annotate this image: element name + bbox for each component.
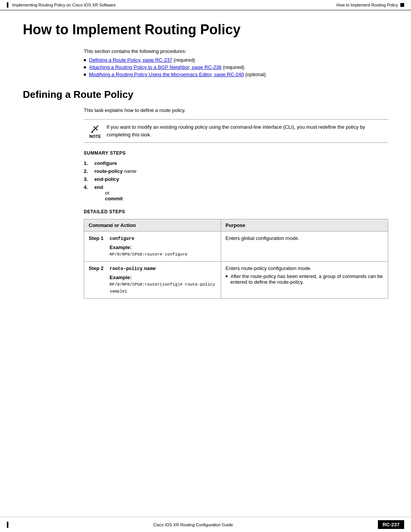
- suffix-1: (required): [172, 57, 195, 63]
- intro-section: This section contains the following proc…: [84, 48, 388, 77]
- step2-cmd-italic: name: [144, 266, 156, 272]
- pencil-icon: [90, 123, 100, 134]
- list-item: Attaching a Routing Policy to a BGP Neig…: [84, 64, 388, 70]
- bullet-dot: [84, 73, 86, 76]
- footer: Cisco IOS XR Routing Configuration Guide…: [0, 517, 411, 532]
- summary-step-4: 4. end or commit: [84, 184, 388, 201]
- link-modifying[interactable]: Modifying a Routing Policy Using the Mic…: [89, 72, 244, 77]
- step2-purpose-cell: Enters route-policy configuration mode. …: [221, 262, 388, 299]
- footer-left-bar: [7, 522, 8, 528]
- step2-label: Step 2: [89, 265, 107, 271]
- footer-center-text: Cisco IOS XR Routing Configuration Guide: [153, 522, 233, 527]
- header-left-bar: [7, 2, 8, 8]
- step2-example-code: RP/0/RP0/CPU0:router(config)# route-poli…: [110, 282, 215, 293]
- svg-line-0: [92, 126, 98, 132]
- summary-steps-title: SUMMARY STEPS: [84, 150, 388, 156]
- summary-step-3: 3. end-policy: [84, 176, 388, 182]
- col-header-purpose: Purpose: [221, 219, 388, 232]
- header-bar: Implementing Routing Policy on Cisco IOS…: [0, 0, 411, 10]
- note-text: If you want to modify an existing routin…: [107, 123, 388, 138]
- list-item: Modifying a Routing Policy Using the Mic…: [84, 72, 388, 77]
- header-left: Implementing Routing Policy on Cisco IOS…: [0, 2, 116, 8]
- summary-step-2: 2. route-policy name: [84, 168, 388, 174]
- col-header-command: Command or Action: [84, 219, 221, 232]
- task-description: This task explains how to define a route…: [84, 107, 388, 113]
- step2-cmd: route-policy: [110, 266, 142, 272]
- step1-cmd: configure: [110, 236, 134, 241]
- table-row: Step 2 route-policy name Example: RP/0/R…: [84, 262, 388, 299]
- note-box: Note If you want to modify an existing r…: [84, 119, 388, 143]
- header-right: How to Implement Routing Policy: [336, 3, 404, 7]
- footer-page-number: RC-237: [378, 520, 404, 529]
- defining-body: This task explains how to define a route…: [84, 107, 388, 156]
- page-title: How to Implement Routing Policy: [23, 22, 388, 38]
- step2-command-cell: Step 2 route-policy name Example: RP/0/R…: [84, 262, 221, 299]
- note-icon-col: Note: [84, 123, 107, 139]
- detailed-steps-table: Command or Action Purpose Step 1 configu…: [84, 219, 388, 299]
- defining-heading: Defining a Route Policy: [23, 89, 388, 101]
- detailed-steps-section: DETAILED STEPS Command or Action Purpose…: [84, 209, 388, 299]
- summary-step-1: 1. configure: [84, 160, 388, 166]
- step2-example-label: Example:: [110, 275, 215, 280]
- header-left-text: Implementing Routing Policy on Cisco IOS…: [12, 3, 116, 7]
- bullet-dot: [84, 59, 86, 61]
- step2-purpose-bullet: After the route-policy has been entered,…: [226, 273, 383, 285]
- step2-purpose-bullet-text: After the route-policy has been entered,…: [231, 273, 383, 285]
- suffix-2: (required): [221, 64, 244, 70]
- detailed-steps-title: DETAILED STEPS: [84, 209, 388, 214]
- suffix-3: (optional): [244, 72, 266, 77]
- step1-purpose-text: Enters global configuration mode.: [226, 235, 299, 241]
- intro-description: This section contains the following proc…: [84, 48, 388, 54]
- bullet-dot: [84, 66, 86, 69]
- main-content: How to Implement Routing Policy This sec…: [0, 10, 411, 321]
- step2-cmd-content: route-policy name Example: RP/0/RP0/CPU0…: [110, 265, 215, 294]
- step1-command-cell: Step 1 configure Example: RP/0/RP0/CPU0:…: [84, 232, 221, 262]
- step1-label: Step 1: [89, 235, 107, 241]
- link-attaching[interactable]: Attaching a Routing Policy to a BGP Neig…: [89, 64, 221, 70]
- step2-purpose-text: Enters route-policy configuration mode.: [226, 265, 312, 271]
- header-right-square: [400, 3, 404, 7]
- intro-bullet-list: Defining a Route Policy, page RC-237 (re…: [84, 57, 388, 77]
- table-row: Step 1 configure Example: RP/0/RP0/CPU0:…: [84, 232, 388, 262]
- note-label: Note: [89, 134, 101, 139]
- summary-steps-list: 1. configure 2. route-policy name 3. end…: [84, 160, 388, 201]
- step1-example-code: RP/0/RP0/CPU0:router# configure: [110, 252, 188, 257]
- purpose-bullet-dot: [226, 275, 228, 277]
- step1-example-label: Example:: [110, 244, 188, 250]
- step1-cmd-content: configure Example: RP/0/RP0/CPU0:router#…: [110, 235, 188, 257]
- list-item: Defining a Route Policy, page RC-237 (re…: [84, 57, 388, 63]
- step1-purpose-cell: Enters global configuration mode.: [221, 232, 388, 262]
- link-defining[interactable]: Defining a Route Policy, page RC-237: [89, 57, 172, 63]
- page-container: Implementing Routing Policy on Cisco IOS…: [0, 0, 411, 532]
- header-right-label: How to Implement Routing Policy: [336, 3, 398, 7]
